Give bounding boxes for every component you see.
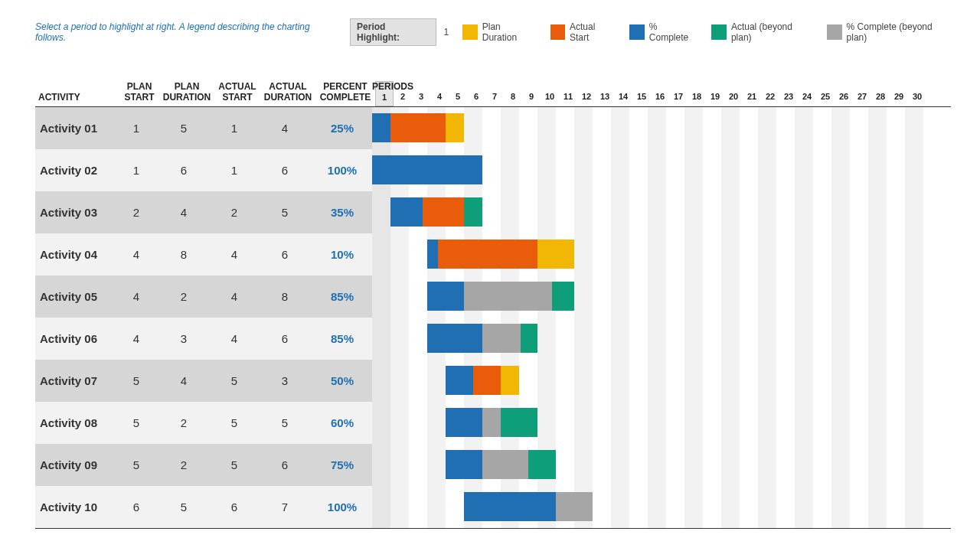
- cell-plan-duration[interactable]: 5: [156, 107, 211, 149]
- cell-percent-complete[interactable]: 100%: [312, 149, 372, 191]
- period-header-16[interactable]: 16: [651, 81, 669, 106]
- cell-actual-start[interactable]: 2: [211, 191, 257, 233]
- period-header-20[interactable]: 20: [724, 81, 743, 106]
- cell-activity[interactable]: Activity 02: [35, 149, 116, 191]
- cell-percent-complete[interactable]: 60%: [312, 402, 372, 444]
- period-header-7[interactable]: 7: [485, 81, 504, 106]
- cell-plan-duration[interactable]: 4: [156, 360, 211, 402]
- cell-activity[interactable]: Activity 08: [35, 402, 116, 444]
- period-header-17[interactable]: 17: [669, 81, 688, 106]
- cell-percent-complete[interactable]: 10%: [312, 233, 372, 276]
- period-header-15[interactable]: 15: [632, 81, 651, 106]
- cell-percent-complete[interactable]: 25%: [312, 107, 372, 149]
- cell-actual-duration[interactable]: 7: [257, 486, 312, 528]
- cell-actual-duration[interactable]: 5: [257, 191, 312, 233]
- period-header-23[interactable]: 23: [779, 81, 798, 106]
- cell-actual-start[interactable]: 5: [211, 360, 257, 402]
- cell-percent-complete[interactable]: 100%: [312, 486, 372, 528]
- cell-activity[interactable]: Activity 03: [35, 191, 116, 233]
- period-header-29[interactable]: 29: [890, 81, 908, 106]
- period-header-25[interactable]: 25: [816, 81, 835, 106]
- cell-plan-duration[interactable]: 3: [156, 318, 211, 360]
- cell-activity[interactable]: Activity 05: [35, 276, 116, 318]
- cell-plan-start[interactable]: 1: [116, 107, 156, 149]
- cell-plan-start[interactable]: 5: [116, 444, 156, 486]
- cell-percent-complete[interactable]: 85%: [312, 318, 372, 360]
- gantt-area: [372, 360, 951, 402]
- cell-actual-start[interactable]: 4: [211, 318, 257, 360]
- period-header-12[interactable]: 12: [577, 81, 596, 106]
- cell-actual-duration[interactable]: 6: [257, 233, 312, 276]
- cell-plan-duration[interactable]: 2: [156, 402, 211, 444]
- period-header-13[interactable]: 13: [596, 81, 614, 106]
- cell-plan-start[interactable]: 1: [116, 149, 156, 191]
- cell-activity[interactable]: Activity 10: [35, 486, 116, 528]
- cell-actual-duration[interactable]: 4: [257, 107, 312, 149]
- cell-actual-duration[interactable]: 8: [257, 276, 312, 318]
- cell-actual-start[interactable]: 4: [211, 233, 257, 276]
- cell-percent-complete[interactable]: 50%: [312, 360, 372, 402]
- period-header-11[interactable]: 11: [559, 81, 577, 106]
- cell-actual-start[interactable]: 6: [211, 486, 257, 528]
- cell-actual-start[interactable]: 5: [211, 402, 257, 444]
- period-header-3[interactable]: 3: [412, 81, 430, 106]
- header-percent-complete: PERCENTCOMPLETE: [315, 81, 375, 106]
- cell-actual-start[interactable]: 1: [211, 149, 257, 191]
- period-header-18[interactable]: 18: [688, 81, 706, 106]
- cell-activity[interactable]: Activity 09: [35, 444, 116, 486]
- period-header-10[interactable]: 10: [541, 81, 559, 106]
- legend-actual-start: Actual Start: [550, 21, 616, 43]
- cell-plan-start[interactable]: 6: [116, 486, 156, 528]
- cell-plan-duration[interactable]: 2: [156, 276, 211, 318]
- cell-plan-start[interactable]: 4: [116, 276, 156, 318]
- bar-percent-complete: [427, 324, 482, 353]
- top-bar: Select a period to highlight at right. A…: [35, 18, 952, 46]
- period-header-5[interactable]: 5: [449, 81, 467, 106]
- gantt-area: [372, 318, 951, 360]
- cell-activity[interactable]: Activity 04: [35, 233, 116, 276]
- cell-plan-duration[interactable]: 5: [156, 486, 211, 528]
- cell-activity[interactable]: Activity 06: [35, 318, 116, 360]
- cell-actual-start[interactable]: 4: [211, 276, 257, 318]
- period-highlight-value[interactable]: 1: [444, 27, 449, 37]
- cell-plan-start[interactable]: 2: [116, 191, 156, 233]
- period-header-19[interactable]: 19: [706, 81, 724, 106]
- period-header-6[interactable]: 6: [467, 81, 485, 106]
- cell-actual-duration[interactable]: 6: [257, 149, 312, 191]
- cell-actual-duration[interactable]: 5: [257, 402, 312, 444]
- period-header-24[interactable]: 24: [798, 81, 816, 106]
- period-header-14[interactable]: 14: [614, 81, 632, 106]
- cell-activity[interactable]: Activity 07: [35, 360, 116, 402]
- cell-plan-duration[interactable]: 6: [156, 149, 211, 191]
- period-header-8[interactable]: 8: [504, 81, 522, 106]
- cell-actual-duration[interactable]: 6: [257, 318, 312, 360]
- gantt-area: [372, 444, 951, 486]
- cell-plan-start[interactable]: 5: [116, 360, 156, 402]
- cell-plan-start[interactable]: 4: [116, 318, 156, 360]
- cell-plan-duration[interactable]: 2: [156, 444, 211, 486]
- period-header-9[interactable]: 9: [522, 81, 541, 106]
- cell-actual-start[interactable]: 5: [211, 444, 257, 486]
- period-header-21[interactable]: 21: [743, 81, 761, 106]
- cell-percent-complete[interactable]: 35%: [312, 191, 372, 233]
- period-header-27[interactable]: 27: [853, 81, 871, 106]
- period-header-22[interactable]: 22: [761, 81, 779, 106]
- period-header-26[interactable]: 26: [835, 81, 853, 106]
- period-header-4[interactable]: 4: [430, 81, 449, 106]
- period-header-30[interactable]: 30: [908, 81, 926, 106]
- cell-plan-duration[interactable]: 8: [156, 233, 211, 276]
- cell-percent-complete[interactable]: 75%: [312, 444, 372, 486]
- cell-actual-start[interactable]: 1: [211, 107, 257, 149]
- period-header-28[interactable]: 28: [871, 81, 890, 106]
- cell-plan-duration[interactable]: 4: [156, 191, 211, 233]
- bar-percent-complete: [372, 155, 482, 184]
- bar-percent-complete-beyond: [464, 282, 552, 311]
- cell-activity[interactable]: Activity 01: [35, 107, 116, 149]
- cell-percent-complete[interactable]: 85%: [312, 276, 372, 318]
- cell-plan-start[interactable]: 5: [116, 402, 156, 444]
- cell-plan-start[interactable]: 4: [116, 233, 156, 276]
- gantt-area: [372, 276, 951, 318]
- bar-percent-complete: [446, 450, 482, 479]
- cell-actual-duration[interactable]: 6: [257, 444, 312, 486]
- cell-actual-duration[interactable]: 3: [257, 360, 312, 402]
